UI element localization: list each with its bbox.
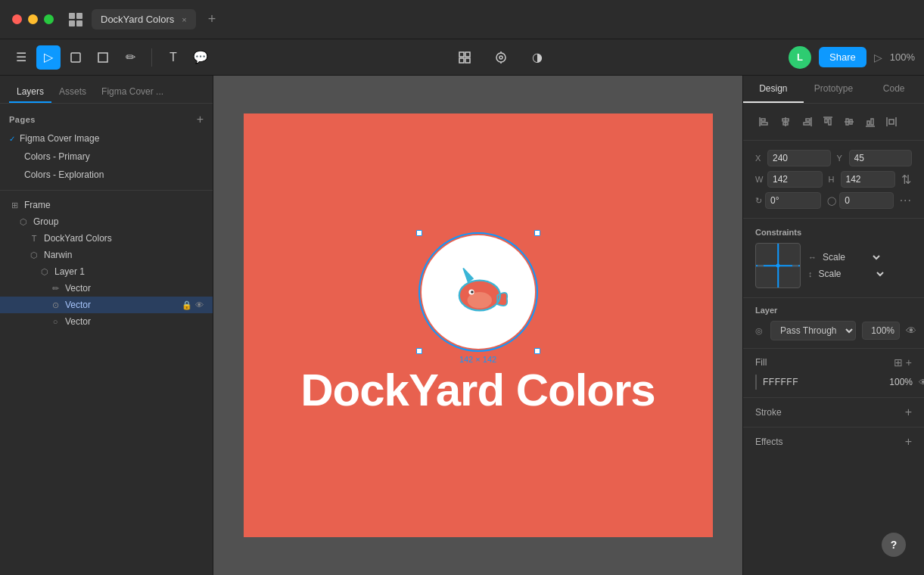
- blend-mode-select[interactable]: Pass Through Normal Multiply Screen Over…: [770, 321, 856, 340]
- h-input[interactable]: [841, 171, 896, 188]
- align-middle-v-button[interactable]: [840, 113, 858, 131]
- handle-bl[interactable]: [416, 348, 422, 354]
- app-grid-icon[interactable]: [69, 13, 82, 26]
- help-button[interactable]: ?: [882, 533, 906, 557]
- layers-section: ⊞ Frame ⬡ Group T DockYard Colors ⬡ Narw…: [0, 191, 213, 575]
- handle-tl[interactable]: [416, 230, 422, 236]
- active-tab[interactable]: DockYard Colors ×: [92, 9, 196, 30]
- tab-code[interactable]: Code: [863, 76, 924, 103]
- distribute-button[interactable]: [882, 113, 901, 131]
- menu-button[interactable]: ☰: [9, 45, 33, 70]
- contrast-button[interactable]: ◑: [525, 45, 549, 70]
- tab-close-icon[interactable]: ×: [182, 15, 186, 24]
- active-page-check: ✓: [9, 135, 15, 143]
- fill-section: Fill ⊞ + 👁 −: [743, 349, 924, 398]
- tab-layers[interactable]: Layers: [9, 82, 51, 103]
- svg-rect-23: [804, 123, 810, 125]
- alignment-section: [743, 104, 924, 141]
- plugins-button[interactable]: [489, 45, 513, 70]
- align-right-button[interactable]: [798, 113, 816, 131]
- effects-add-button[interactable]: +: [905, 435, 912, 449]
- tab-design[interactable]: Design: [743, 76, 804, 103]
- fill-visibility-button[interactable]: 👁: [919, 377, 924, 388]
- h-constraint-row: ↔ Scale Left Right Left & Right Center: [808, 251, 912, 263]
- zoom-level[interactable]: 100%: [890, 51, 915, 63]
- fill-actions: ⊞ +: [894, 356, 912, 368]
- visibility-icon[interactable]: 👁: [195, 300, 204, 309]
- maximize-window-button[interactable]: [44, 14, 54, 24]
- canvas-frame[interactable]: 142 × 142 DockYard Colors: [244, 113, 713, 537]
- v-constraint-row: ↕ Scale Top Bottom Top & Bottom Center: [808, 268, 912, 280]
- text-tool-button[interactable]: T: [161, 45, 185, 70]
- pen-tool-button[interactable]: ✏: [118, 45, 142, 70]
- x-input[interactable]: [767, 150, 831, 166]
- constrain-proportions-button[interactable]: ⇅: [901, 171, 912, 188]
- align-center-h-button[interactable]: [776, 113, 795, 131]
- tab-figma-cover[interactable]: Figma Cover ...: [94, 82, 171, 103]
- corner-input[interactable]: [839, 192, 893, 209]
- rotate-row: ↻ ◯ ···: [755, 192, 912, 209]
- play-button[interactable]: ▷: [874, 51, 882, 64]
- add-page-button[interactable]: +: [197, 113, 204, 126]
- layer-group[interactable]: ⬡ Group: [0, 213, 213, 230]
- w-field: W: [755, 171, 823, 188]
- fill-hex-input[interactable]: [763, 377, 876, 387]
- more-options-button[interactable]: ···: [900, 194, 912, 207]
- comment-tool-button[interactable]: 💬: [188, 45, 213, 70]
- layer-layer1[interactable]: ⬡ Layer 1: [0, 263, 213, 280]
- logo-wrapper: 142 × 142: [422, 235, 535, 349]
- y-input[interactable]: [849, 150, 913, 166]
- vector2-icon: ⊙: [50, 300, 61, 310]
- layer-frame[interactable]: ⊞ Frame: [0, 197, 213, 213]
- close-window-button[interactable]: [12, 14, 22, 24]
- handle-tr[interactable]: [534, 230, 540, 236]
- size-hint: 142 × 142: [459, 355, 496, 364]
- layer-dockyard-colors[interactable]: T DockYard Colors: [0, 230, 213, 247]
- stroke-add-button[interactable]: +: [905, 406, 912, 419]
- fill-color-swatch[interactable]: [755, 375, 757, 390]
- shape-tool-button[interactable]: [91, 45, 115, 70]
- page-item-colors-primary[interactable]: Colors - Primary: [0, 148, 213, 166]
- fill-add-button[interactable]: +: [906, 356, 912, 368]
- tab-assets[interactable]: Assets: [51, 82, 94, 103]
- layer-vector-1[interactable]: ✏ Vector: [0, 280, 213, 297]
- y-field: Y: [837, 150, 913, 166]
- handle-br[interactable]: [534, 348, 540, 354]
- rotate-input[interactable]: [765, 192, 821, 209]
- layer-narwin[interactable]: ⬡ Narwin: [0, 247, 213, 263]
- logo-container[interactable]: [422, 235, 535, 349]
- layer-vector-2[interactable]: ⊙ Vector 🔒 👁: [0, 297, 213, 313]
- select-tool-button[interactable]: ▷: [36, 45, 61, 70]
- layer-vector3-label: Vector: [65, 316, 204, 327]
- share-button[interactable]: Share: [819, 47, 866, 67]
- align-bottom-button[interactable]: [861, 113, 879, 131]
- components-button[interactable]: [453, 45, 477, 70]
- align-left-button[interactable]: [755, 113, 773, 131]
- minimize-window-button[interactable]: [28, 14, 38, 24]
- layer-visibility-button[interactable]: 👁: [906, 325, 916, 337]
- corner-field: ◯: [827, 192, 893, 209]
- page-label: Colors - Primary: [24, 151, 90, 162]
- opacity-input[interactable]: [862, 322, 900, 340]
- h-constraint-select[interactable]: Scale Left Right Left & Right Center: [820, 251, 882, 263]
- stroke-section: Stroke +: [743, 398, 924, 427]
- svg-rect-5: [465, 58, 470, 63]
- add-tab-button[interactable]: +: [205, 11, 219, 27]
- page-item-colors-exploration[interactable]: Colors - Exploration: [0, 166, 213, 184]
- lock-icon[interactable]: 🔒: [182, 300, 192, 310]
- panel-tabs: Layers Assets Figma Cover ...: [0, 76, 213, 104]
- tab-prototype[interactable]: Prototype: [804, 76, 864, 103]
- v-constraint-select[interactable]: Scale Top Bottom Top & Bottom Center: [816, 268, 886, 280]
- constraint-grid: [755, 243, 801, 288]
- svg-rect-32: [871, 119, 873, 125]
- layer-vector-3[interactable]: ○ Vector: [0, 313, 213, 330]
- fill-grid-button[interactable]: ⊞: [894, 356, 903, 368]
- layer-dockyard-label: DockYard Colors: [44, 233, 204, 244]
- fill-opacity-input[interactable]: [882, 377, 913, 387]
- align-top-button[interactable]: [819, 113, 837, 131]
- w-input[interactable]: [767, 171, 823, 188]
- page-item-figma-cover[interactable]: ✓ Figma Cover Image: [0, 129, 213, 148]
- frame-tool-button[interactable]: [64, 45, 88, 70]
- window-controls: [12, 14, 54, 24]
- svg-point-7: [499, 56, 502, 59]
